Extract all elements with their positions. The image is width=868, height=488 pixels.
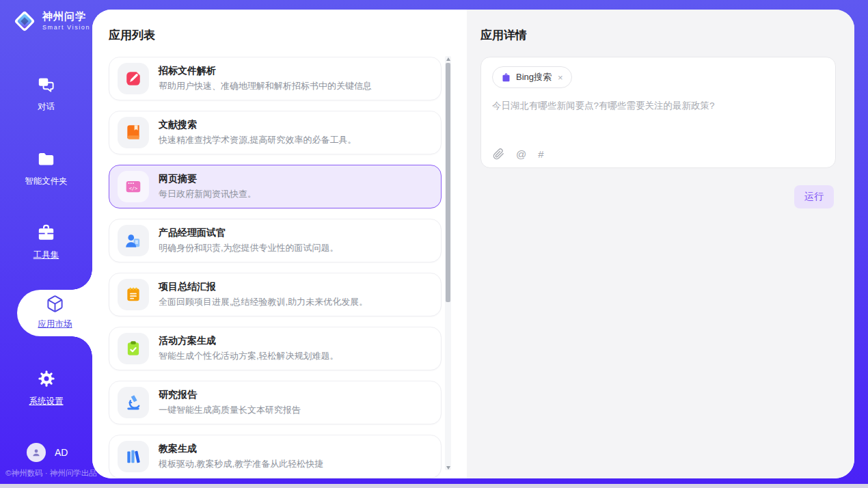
avatar (27, 443, 46, 462)
app-desc: 每日政府新闻资讯快查。 (159, 188, 256, 200)
sidebar-item-label: 对话 (0, 101, 92, 113)
main-content: 应用列表 招标文件解析 帮助用户快速、准确地理解和解析招标书中的关键信息 (92, 10, 854, 478)
app-list-panel: 应用列表 招标文件解析 帮助用户快速、准确地理解和解析招标书中的关键信息 (92, 10, 467, 478)
list-item-event-plan[interactable]: 活动方案生成 智能生成个性化活动方案,轻松解决规划难题。 (109, 327, 442, 370)
app-title: 网页摘要 (159, 173, 256, 185)
list-item-literature-search[interactable]: 文献搜索 快速精准查找学术资源,提高研究效率的必备工具。 (109, 111, 442, 154)
user-account[interactable]: AD (27, 443, 68, 462)
books-icon (118, 441, 149, 472)
app-desc: 一键智能生成高质量长文本研究报告 (159, 404, 301, 416)
app-title: 招标文件解析 (159, 65, 372, 77)
webpage-code-icon: </> (118, 171, 149, 202)
prompt-card[interactable]: Bing搜索 × 今日湖北有哪些新闻要点?有哪些需要关注的最新政策? @ # (480, 57, 836, 168)
app-title: 活动方案生成 (159, 335, 339, 347)
tool-tag-bing-search[interactable]: Bing搜索 × (492, 66, 572, 88)
list-item-project-summary[interactable]: 项目总结汇报 全面回顾项目进展,总结经验教训,助力未来优化发展。 (109, 273, 442, 316)
scrollbar-thumb[interactable] (446, 63, 450, 302)
interviewer-icon (118, 225, 149, 256)
list-item-webpage-summary[interactable]: </> 网页摘要 每日政府新闻资讯快查。 (109, 165, 442, 208)
paperclip-icon[interactable] (493, 148, 504, 160)
sidebar-item-app-market[interactable]: 应用市场 (17, 290, 92, 336)
app-desc: 明确身份和职责,为您提供专业性的面试问题。 (159, 242, 339, 254)
sidebar-item-chat[interactable]: 对话 (0, 75, 92, 113)
chat-icon (37, 75, 55, 94)
app-desc: 模板驱动,教案秒成,教学准备从此轻松快捷 (159, 458, 323, 470)
app-detail-title: 应用详情 (480, 27, 854, 43)
scroll-down-arrow[interactable] (445, 465, 451, 470)
gear-icon (37, 369, 56, 388)
close-icon[interactable]: × (558, 72, 563, 83)
sidebar-item-label: 应用市场 (9, 318, 101, 330)
edit-doc-icon (118, 63, 149, 94)
app-list-scrollbar[interactable] (445, 56, 451, 470)
person-icon (31, 447, 42, 458)
sidebar-item-label: 智能文件夹 (0, 176, 92, 187)
app-title: 项目总结汇报 (159, 281, 368, 293)
tool-tag-label: Bing搜索 (516, 71, 552, 83)
sidebar-item-label: 工具集 (0, 249, 92, 261)
list-item-pm-interviewer[interactable]: 产品经理面试官 明确身份和职责,为您提供专业性的面试问题。 (109, 219, 442, 262)
sidebar: 神州问学 Smart Vision 对话 智能文件夹 工具集 (0, 0, 92, 488)
app-desc: 快速精准查找学术资源,提高研究效率的必备工具。 (159, 134, 357, 146)
list-item-research-report[interactable]: 研究报告 一键智能生成高质量长文本研究报告 (109, 381, 442, 424)
app-title: 产品经理面试官 (159, 227, 339, 239)
hash-tag-icon[interactable]: # (538, 149, 543, 159)
user-initials: AD (55, 447, 68, 458)
report-note-icon (118, 279, 149, 310)
list-item-lesson-plan[interactable]: 教案生成 模板驱动,教案秒成,教学准备从此轻松快捷 (109, 435, 442, 478)
sidebar-item-smart-folder[interactable]: 智能文件夹 (0, 150, 92, 187)
app-title: 教案生成 (159, 443, 323, 455)
briefcase-icon (501, 72, 511, 83)
diamond-logo-icon (11, 8, 38, 35)
app-title: 研究报告 (159, 389, 301, 401)
attach-toolbar: @ # (493, 148, 544, 160)
brand-logo: 神州问学 Smart Vision (11, 8, 90, 35)
brand-subtitle: Smart Vision (42, 25, 90, 31)
app-desc: 帮助用户快速、准确地理解和解析招标书中的关键信息 (159, 80, 372, 92)
brand-name: 神州问学 (42, 11, 90, 23)
scroll-up-arrow[interactable] (445, 56, 451, 62)
list-item-bid-parsing[interactable]: 招标文件解析 帮助用户快速、准确地理解和解析招标书中的关键信息 (109, 57, 442, 100)
sidebar-item-settings[interactable]: 系统设置 (0, 369, 92, 407)
run-button[interactable]: 运行 (794, 185, 834, 208)
toolbox-icon (37, 223, 55, 242)
prompt-text[interactable]: 今日湖北有哪些新闻要点?有哪些需要关注的最新政策? (492, 100, 824, 112)
at-mention-icon[interactable]: @ (516, 149, 526, 159)
copyright-text: ©神州数码 · 神州问学出品 (5, 468, 97, 478)
microscope-icon (118, 387, 149, 418)
sidebar-item-toolset[interactable]: 工具集 (0, 223, 92, 261)
book-icon (118, 117, 149, 148)
app-desc: 全面回顾项目进展,总结经验教训,助力未来优化发展。 (159, 296, 368, 308)
app-list-title: 应用列表 (109, 27, 467, 43)
app-detail-panel: 应用详情 Bing搜索 × 今日湖北有哪些新闻要点?有哪些需要关注的最新政策? … (467, 10, 854, 478)
bottom-edge-strip (0, 484, 868, 488)
app-title: 文献搜索 (159, 119, 357, 131)
app-list: 招标文件解析 帮助用户快速、准确地理解和解析招标书中的关键信息 文献搜索 快速精… (109, 57, 442, 478)
cube-icon (46, 295, 64, 313)
app-desc: 智能生成个性化活动方案,轻松解决规划难题。 (159, 350, 339, 362)
folder-icon (37, 150, 55, 168)
clipboard-check-icon (118, 333, 149, 364)
svg-text:</>: </> (129, 185, 138, 191)
sidebar-item-label: 系统设置 (0, 396, 92, 407)
